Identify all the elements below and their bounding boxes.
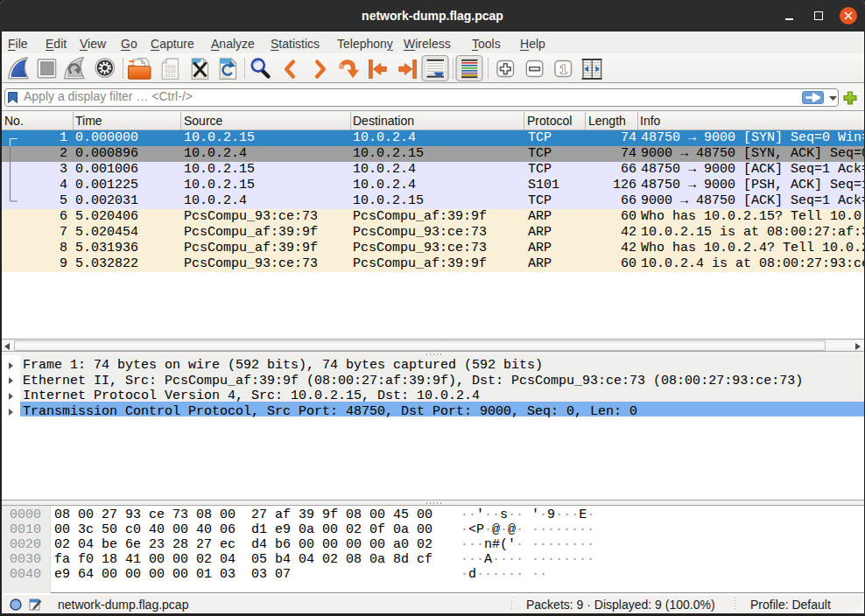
svg-text:0111: 0111 xyxy=(165,74,176,79)
svg-text:1: 1 xyxy=(560,62,567,76)
svg-text:011: 011 xyxy=(222,75,230,80)
